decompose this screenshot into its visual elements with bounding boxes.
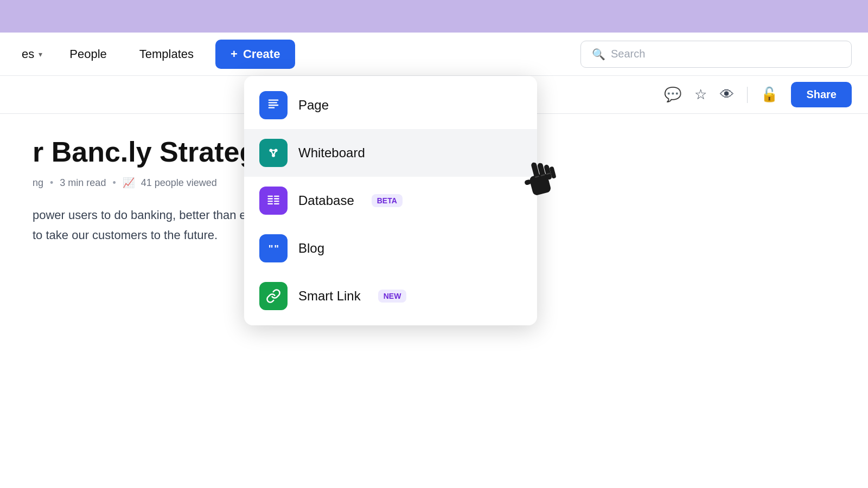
svg-rect-0: [269, 100, 279, 101]
search-icon: 🔍: [592, 48, 605, 61]
svg-rect-14: [274, 198, 279, 199]
dropdown-item-blog[interactable]: " " Blog: [244, 224, 537, 272]
trend-icon: 📈: [123, 177, 135, 189]
share-button[interactable]: Share: [791, 82, 852, 107]
dropdown-smartlink-label: Smart Link: [298, 288, 361, 304]
database-icon: [259, 187, 288, 215]
svg-text:": ": [274, 243, 279, 254]
svg-rect-17: [274, 203, 279, 204]
meta-dot-2: •: [112, 177, 116, 189]
svg-rect-1: [269, 102, 277, 103]
chevron-down-icon: ▾: [39, 50, 42, 59]
meta-author: ng: [33, 177, 43, 189]
body-line-2: to take our customers to the future.: [33, 228, 218, 242]
dropdown-item-whiteboard[interactable]: Whiteboard: [244, 129, 537, 177]
dropdown-blog-label: Blog: [298, 241, 324, 256]
dropdown-item-database[interactable]: Database BETA: [244, 177, 537, 224]
lock-icon[interactable]: 🔓: [761, 86, 778, 103]
share-label: Share: [806, 88, 837, 100]
dropdown-item-smartlink[interactable]: Smart Link NEW: [244, 272, 537, 320]
create-label: Create: [243, 47, 280, 61]
star-icon[interactable]: ☆: [694, 86, 707, 103]
svg-rect-13: [274, 196, 279, 197]
dropdown-database-label: Database: [298, 193, 354, 208]
nav-left: es ▾ People Templates + Create: [0, 40, 295, 69]
create-button[interactable]: + Create: [215, 40, 295, 69]
meta-views: 41 people viewed: [141, 177, 217, 189]
nav-right: 🔍 Search: [580, 41, 868, 68]
blog-icon: " ": [259, 234, 288, 262]
create-dropdown: Page Whiteboard: [244, 76, 537, 325]
plus-icon: +: [231, 47, 238, 61]
search-placeholder: Search: [611, 48, 645, 60]
svg-rect-3: [269, 107, 275, 108]
nav-people-item[interactable]: People: [53, 42, 123, 67]
toolbar-icons: 💬 ☆ 👁 🔓 Share: [664, 82, 852, 107]
toolbar-divider: [747, 87, 748, 103]
top-banner: [0, 0, 868, 33]
svg-rect-15: [274, 201, 279, 202]
meta-dot-1: •: [50, 177, 53, 189]
eye-icon[interactable]: 👁: [720, 86, 734, 103]
svg-rect-16: [268, 203, 273, 204]
nav-templates-item[interactable]: Templates: [123, 42, 210, 67]
dropdown-item-page[interactable]: Page: [244, 81, 537, 129]
svg-text:": ": [269, 243, 273, 254]
svg-rect-10: [268, 196, 273, 197]
smartlink-new-badge: NEW: [378, 290, 407, 303]
chat-icon[interactable]: 💬: [664, 86, 681, 103]
meta-read-time: 3 min read: [60, 177, 106, 189]
svg-rect-11: [268, 198, 273, 199]
svg-rect-12: [268, 201, 273, 202]
search-box[interactable]: 🔍 Search: [580, 41, 852, 68]
database-beta-badge: BETA: [372, 194, 403, 207]
whiteboard-icon: [259, 139, 288, 167]
dropdown-page-label: Page: [298, 98, 329, 113]
smartlink-icon: [259, 282, 288, 310]
nav-pages-item[interactable]: es ▾: [11, 42, 53, 67]
page-icon: [259, 91, 288, 119]
svg-rect-2: [269, 105, 279, 106]
navbar: es ▾ People Templates + Create 🔍 Search: [0, 33, 868, 76]
nav-people-label: People: [69, 47, 107, 61]
nav-templates-label: Templates: [139, 47, 194, 61]
dropdown-whiteboard-label: Whiteboard: [298, 145, 365, 160]
nav-pages-label: es: [22, 47, 34, 61]
